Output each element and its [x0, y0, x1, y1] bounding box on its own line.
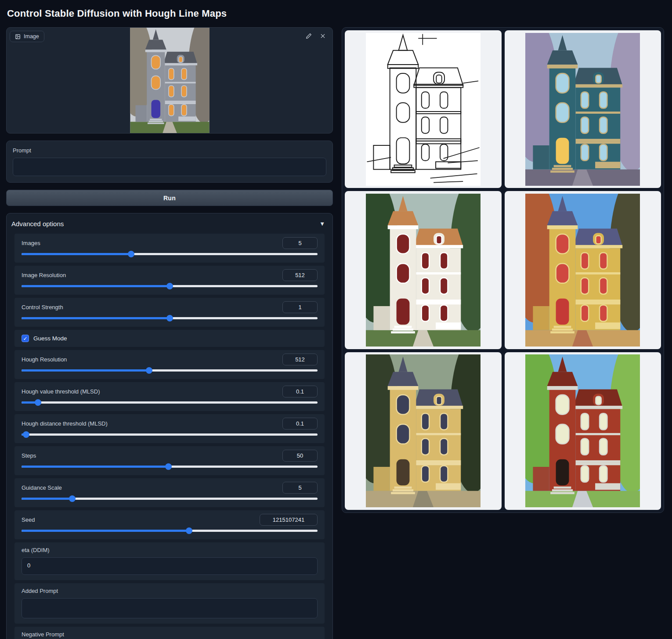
slider-label: Guidance Scale	[22, 484, 62, 491]
textbox-row-eta-ddim: eta (DDIM)	[14, 542, 325, 580]
slider-row-image-resolution: Image Resolution512	[14, 266, 325, 295]
house-svg	[366, 33, 481, 186]
prompt-input[interactable]	[13, 158, 326, 176]
slider-fill	[22, 253, 131, 255]
slider-value-input[interactable]: 5	[282, 482, 318, 494]
slider-value-input[interactable]: 0.1	[282, 418, 318, 430]
slider-track[interactable]	[22, 433, 318, 436]
gallery-item-generated-red-victorian[interactable]	[505, 352, 661, 510]
close-icon	[320, 33, 326, 40]
prompt-panel: Prompt	[6, 141, 333, 183]
slider-label: Image Resolution	[22, 272, 66, 278]
slider-fill	[22, 317, 170, 319]
app: Control Stable Diffusion with Hough Line…	[0, 0, 672, 639]
edit-image-button[interactable]	[303, 31, 314, 42]
slider-value-input[interactable]: 512	[282, 269, 318, 281]
slider-label: Steps	[22, 452, 36, 459]
advanced-options-rows: Images5Image Resolution512Control Streng…	[7, 234, 332, 639]
slider-handle[interactable]	[128, 251, 134, 257]
gallery-item-generated-teal-victorian[interactable]	[505, 30, 661, 188]
slider-fill	[22, 466, 168, 468]
house-svg	[525, 33, 640, 186]
gallery-item-hough-line-map[interactable]	[345, 30, 502, 188]
slider-control[interactable]	[22, 367, 318, 374]
slider-control[interactable]	[22, 527, 318, 534]
slider-fill	[22, 530, 189, 532]
textbox-row-negative-prompt: Negative Prompt	[14, 627, 325, 639]
slider-row-hough-value-threshold-mlsd: Hough value threshold (MLSD)0.1	[14, 382, 325, 411]
slider-handle[interactable]	[23, 431, 29, 438]
result-gallery	[342, 27, 664, 513]
advanced-options-header[interactable]: Advanced options ▼	[7, 213, 332, 234]
slider-control[interactable]	[22, 283, 318, 289]
slider-control[interactable]	[22, 399, 318, 406]
run-button[interactable]: Run	[6, 190, 333, 206]
slider-handle[interactable]	[166, 315, 173, 321]
slider-row-guidance-scale: Guidance Scale5	[14, 478, 325, 507]
slider-control[interactable]	[22, 495, 318, 502]
slider-control[interactable]	[22, 463, 318, 470]
slider-row-images: Images5	[14, 234, 325, 263]
pencil-icon	[306, 33, 312, 40]
gallery-item-generated-golden-victorian[interactable]	[345, 352, 502, 510]
slider-row-hough-resolution: Hough Resolution512	[14, 350, 325, 379]
house-svg	[525, 354, 640, 507]
slider-label: Seed	[22, 516, 35, 523]
textbox-label: Negative Prompt	[22, 631, 318, 638]
slider-value-input[interactable]: 5	[282, 237, 318, 249]
slider-label: Images	[22, 240, 40, 246]
slider-fill	[22, 369, 149, 372]
slider-label: Hough value threshold (MLSD)	[22, 388, 100, 395]
slider-label: Control Strength	[22, 304, 63, 310]
slider-control[interactable]	[22, 315, 318, 321]
image-actions	[303, 31, 328, 42]
guess-mode-checkbox[interactable]: ✓	[22, 335, 29, 342]
house-svg	[525, 194, 640, 347]
textbox-label: eta (DDIM)	[22, 547, 318, 553]
slider-control[interactable]	[22, 431, 318, 438]
checkmark-icon: ✓	[23, 336, 27, 342]
slider-handle[interactable]	[165, 463, 172, 470]
image-badge: Image	[10, 31, 44, 42]
gallery-item-generated-yellow-victorian[interactable]	[505, 191, 661, 349]
textbox-label: Added Prompt	[22, 588, 318, 594]
slider-value-input[interactable]: 50	[282, 450, 318, 462]
clear-image-button[interactable]	[318, 31, 328, 42]
slider-row-control-strength: Control Strength1	[14, 298, 325, 327]
slider-value-input[interactable]: 0.1	[282, 386, 318, 397]
slider-fill	[22, 285, 170, 287]
house-svg	[366, 194, 481, 347]
slider-handle[interactable]	[69, 495, 76, 502]
slider-handle[interactable]	[186, 527, 192, 534]
slider-track[interactable]	[22, 401, 318, 404]
image-icon	[15, 34, 21, 40]
prompt-label: Prompt	[13, 147, 326, 154]
page-title: Control Stable Diffusion with Hough Line…	[7, 8, 333, 19]
slider-control[interactable]	[22, 251, 318, 257]
slider-value-input[interactable]: 512	[282, 354, 318, 365]
house-svg	[130, 28, 210, 133]
left-column: Control Stable Diffusion with Hough Line…	[6, 0, 333, 639]
image-badge-label: Image	[24, 33, 39, 40]
slider-value-input[interactable]: 1215107241	[260, 514, 318, 526]
input-image-panel: Image	[6, 27, 333, 134]
checkbox-label: Guess Mode	[33, 335, 67, 342]
collapse-arrow-icon: ▼	[319, 220, 325, 227]
checkbox-row-guess-mode: ✓Guess Mode	[14, 330, 325, 347]
added-prompt-input[interactable]	[22, 598, 318, 618]
slider-label: Hough Resolution	[22, 356, 67, 363]
slider-row-steps: Steps50	[14, 446, 325, 475]
slider-label: Hough distance threshold (MLSD)	[22, 420, 108, 427]
slider-handle[interactable]	[166, 283, 173, 289]
advanced-options-title: Advanced options	[11, 220, 64, 227]
slider-handle[interactable]	[146, 367, 152, 374]
input-image-preview[interactable]	[130, 28, 210, 133]
slider-row-hough-distance-threshold-mlsd: Hough distance threshold (MLSD)0.1	[14, 414, 325, 443]
advanced-options-panel: Advanced options ▼ Images5Image Resoluti…	[6, 213, 333, 639]
eta-ddim-input[interactable]	[22, 557, 318, 575]
house-svg	[366, 354, 481, 507]
gallery-item-generated-white-victorian[interactable]	[345, 191, 502, 349]
slider-row-seed: Seed1215107241	[14, 510, 325, 539]
slider-value-input[interactable]: 1	[282, 301, 318, 313]
slider-handle[interactable]	[35, 399, 41, 406]
